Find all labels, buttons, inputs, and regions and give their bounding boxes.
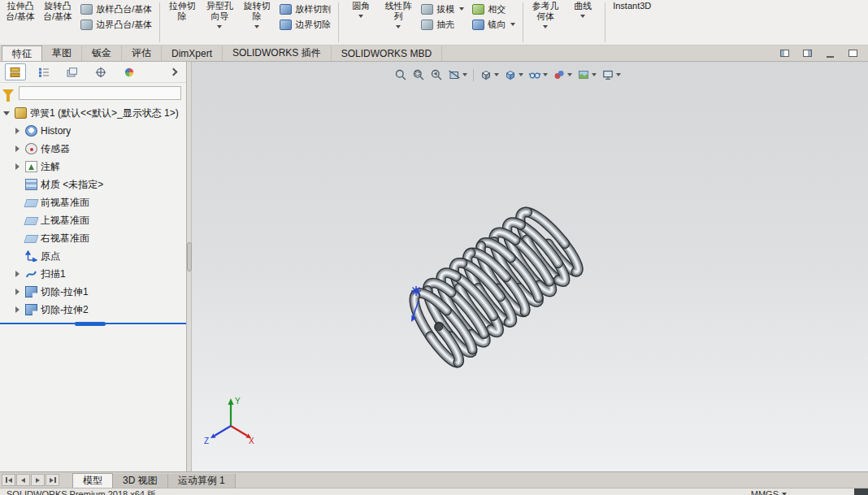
- tab-features[interactable]: 特征: [2, 46, 42, 61]
- status-corner-icon[interactable]: [854, 488, 868, 495]
- tree-item-cut-extrude1[interactable]: 切除-拉伸1: [0, 283, 186, 301]
- filter-funnel-icon[interactable]: [2, 89, 14, 97]
- apply-scene-button[interactable]: [575, 66, 599, 84]
- expander-icon[interactable]: [14, 288, 22, 296]
- fillet-button[interactable]: 圆角: [342, 0, 380, 45]
- dropdown-caret-icon[interactable]: [543, 73, 548, 76]
- dropdown-caret-icon[interactable]: [462, 73, 467, 76]
- tab-sketch[interactable]: 草图: [42, 46, 82, 61]
- tree-item-part-root[interactable]: 弹簧1 (默认<<默认>_显示状态 1>): [0, 104, 186, 122]
- expander-icon[interactable]: [14, 306, 22, 314]
- propertymanager-tab[interactable]: [33, 63, 54, 80]
- tree-item-annotations[interactable]: 注解: [0, 158, 186, 176]
- dropdown-caret-icon[interactable]: [217, 25, 222, 28]
- edit-appearance-button[interactable]: [550, 66, 575, 84]
- first-tab-button[interactable]: [2, 474, 15, 486]
- extruded-cut-button[interactable]: 拉伸切 除: [163, 0, 201, 45]
- dropdown-caret-icon[interactable]: [396, 25, 401, 28]
- view-settings-button[interactable]: [599, 66, 623, 84]
- boundary-cut-button[interactable]: 边界切除: [278, 19, 332, 30]
- restore-icon[interactable]: [845, 47, 860, 60]
- tree-item-material[interactable]: 材质 <未指定>: [0, 176, 186, 193]
- zoom-to-area-button[interactable]: [410, 66, 427, 84]
- dropdown-caret-icon[interactable]: [580, 15, 585, 18]
- dropdown-caret-icon[interactable]: [459, 7, 464, 11]
- tab-solidworks-addins[interactable]: SOLIDWORKS 插件: [223, 46, 332, 61]
- boundary-boss-button[interactable]: 边界凸台/基体: [79, 19, 154, 30]
- revolve-boss-button[interactable]: 旋转凸 台/基体: [39, 0, 76, 45]
- minimize-icon[interactable]: [822, 47, 837, 60]
- tree-filter-input[interactable]: [19, 86, 181, 100]
- dimxpertmanager-tab[interactable]: [90, 63, 111, 80]
- next-tab-button[interactable]: [31, 474, 45, 486]
- status-text: SOLIDWORKS Premium 2018 x64 版: [7, 488, 156, 495]
- lofted-cut-button[interactable]: 放样切割: [278, 3, 332, 15]
- tree-item-front-plane[interactable]: 前视基准面: [0, 193, 186, 211]
- tree-item-sweep1[interactable]: 扫描1: [0, 265, 186, 283]
- expander-icon[interactable]: [14, 127, 22, 135]
- pane-left-icon[interactable]: [777, 47, 792, 60]
- curves-button[interactable]: 曲线: [564, 0, 601, 45]
- extrude-boss-button[interactable]: 拉伸凸 台/基体: [2, 0, 39, 45]
- last-tab-button[interactable]: [46, 474, 59, 486]
- dropdown-caret-icon[interactable]: [519, 73, 523, 76]
- tree-item-origin[interactable]: 原点: [0, 247, 186, 265]
- dropdown-caret-icon[interactable]: [494, 73, 499, 76]
- loft-boss-button[interactable]: 放样凸台/基体: [79, 3, 154, 15]
- tree-item-history[interactable]: History: [0, 122, 186, 140]
- hole-wizard-button[interactable]: 异型孔 向导: [201, 0, 238, 45]
- instant3d-button[interactable]: Instant3D: [609, 0, 655, 45]
- tree-item-cut-extrude2[interactable]: 切除-拉伸2: [0, 301, 186, 319]
- mirror-button[interactable]: 镜向: [471, 19, 517, 30]
- dropdown-caret-icon[interactable]: [592, 73, 597, 76]
- shell-button[interactable]: 抽壳: [419, 19, 466, 30]
- prev-tab-button[interactable]: [16, 474, 30, 486]
- expander-icon[interactable]: [14, 163, 22, 171]
- dropdown-caret-icon[interactable]: [567, 73, 572, 76]
- expander-icon[interactable]: [3, 109, 11, 117]
- tab-dimxpert[interactable]: DimXpert: [162, 46, 223, 61]
- origin-icon: [25, 250, 37, 262]
- dropdown-caret-icon[interactable]: [510, 23, 515, 26]
- intersect-button[interactable]: 相交: [471, 3, 517, 15]
- tab-solidworks-mbd[interactable]: SOLIDWORKS MBD: [332, 46, 442, 61]
- draft-button[interactable]: 拔模: [419, 3, 466, 15]
- expander-icon[interactable]: [14, 270, 22, 278]
- tree-item-sensors[interactable]: 传感器: [0, 140, 186, 158]
- zoom-to-fit-button[interactable]: [392, 66, 410, 84]
- displaymanager-tab[interactable]: [119, 63, 140, 80]
- panel-expand-chevron-icon[interactable]: [170, 68, 178, 76]
- z-axis-label: Z: [204, 436, 209, 445]
- previous-view-button[interactable]: [427, 66, 445, 84]
- view-orientation-button[interactable]: [477, 66, 501, 84]
- dropdown-caret-icon[interactable]: [543, 25, 548, 28]
- tab-evaluate[interactable]: 评估: [122, 46, 162, 61]
- tree-item-right-plane[interactable]: 右视基准面: [0, 229, 186, 247]
- graphics-area[interactable]: Y X Z: [192, 62, 868, 471]
- reference-geometry-button[interactable]: 参考几 何体: [527, 0, 564, 45]
- revolved-cut-button[interactable]: 旋转切 除: [238, 0, 276, 45]
- draft-icon: [421, 4, 433, 15]
- configurationmanager-tab[interactable]: [62, 63, 83, 80]
- featuremanager-tab[interactable]: [5, 63, 26, 80]
- tree-item-top-plane[interactable]: 上视基准面: [0, 211, 186, 229]
- dropdown-caret-icon[interactable]: [616, 73, 621, 76]
- section-view-button[interactable]: [445, 66, 470, 84]
- rollback-bar[interactable]: [0, 323, 186, 330]
- window-controls: [777, 46, 868, 61]
- expander-icon[interactable]: [14, 145, 22, 153]
- tab-model[interactable]: 模型: [72, 473, 113, 488]
- tab-3d-views[interactable]: 3D 视图: [113, 474, 168, 488]
- tree-filter-row: [0, 83, 186, 102]
- dropdown-caret-icon[interactable]: [254, 25, 259, 28]
- display-style-button[interactable]: [501, 66, 526, 84]
- unit-system[interactable]: MMGS: [751, 488, 779, 495]
- tab-motion-study-1[interactable]: 运动算例 1: [168, 474, 236, 488]
- hide-show-items-button[interactable]: [526, 66, 550, 84]
- configurationmanager-icon: [66, 67, 79, 78]
- tab-sheet-metal[interactable]: 钣金: [82, 46, 122, 61]
- shell-icon: [421, 20, 433, 30]
- dropdown-caret-icon[interactable]: [358, 15, 363, 18]
- pane-right-icon[interactable]: [800, 47, 814, 60]
- linear-pattern-button[interactable]: 线性阵 列: [380, 0, 417, 45]
